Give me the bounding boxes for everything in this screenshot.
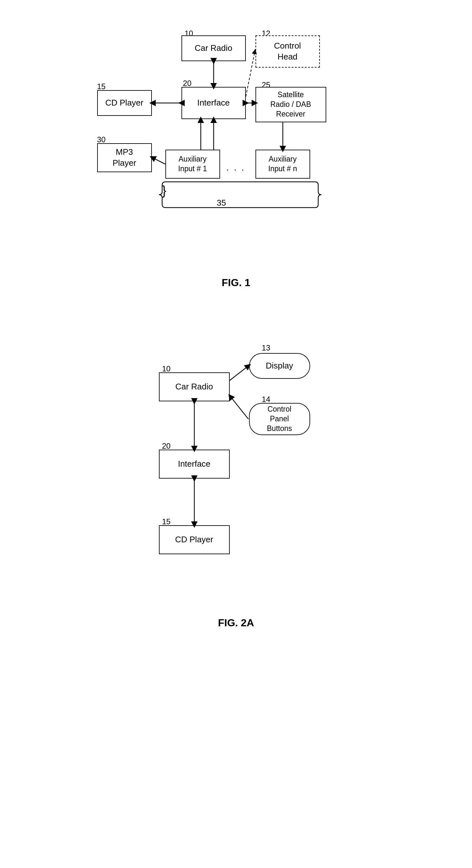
fig2a-title: FIG. 2A: [218, 617, 254, 629]
label-30-fig1: 30: [97, 135, 106, 144]
fig2a-diagram: 10 Car Radio 13 Display 14 Control Panel…: [91, 327, 381, 617]
fig1-title: FIG. 1: [222, 277, 250, 289]
brace-fig1: }: [162, 183, 166, 198]
display-box-fig2a: Display: [249, 353, 310, 379]
label-15-fig1: 15: [97, 82, 106, 91]
label-15-fig2a: 15: [162, 517, 171, 526]
page: 10 Car Radio 12 Control Head 15 CD Playe…: [0, 0, 472, 642]
fig2a-arrows: [91, 327, 381, 617]
aux-input-n-box-fig1: Auxiliary Input # n: [255, 150, 310, 179]
label-20-fig2a: 20: [162, 441, 171, 451]
control-head-box-fig1: Control Head: [255, 35, 320, 68]
label-35-fig1: 35: [217, 198, 226, 208]
aux-input-1-box-fig1: Auxiliary Input # 1: [165, 150, 220, 179]
interface-box-fig1: Interface: [182, 87, 246, 119]
satellite-radio-box-fig1: Satellite Radio / DAB Receiver: [255, 87, 326, 122]
label-14-fig2a: 14: [262, 395, 271, 404]
svg-line-6: [153, 158, 165, 164]
label-13-fig2a: 13: [262, 343, 271, 352]
car-radio-box-fig1: Car Radio: [182, 35, 246, 61]
cd-player-box-fig2a: CD Player: [159, 525, 230, 554]
fig1-diagram: 10 Car Radio 12 Control Head 15 CD Playe…: [91, 19, 381, 270]
car-radio-box-fig2a: Car Radio: [159, 372, 230, 401]
label-10-fig2a: 10: [162, 364, 171, 373]
cd-player-box-fig1: CD Player: [97, 90, 152, 116]
svg-line-10: [230, 366, 248, 380]
control-panel-box-fig2a: Control Panel Buttons: [249, 403, 310, 435]
dots-fig1: . . .: [226, 162, 246, 173]
svg-line-7: [246, 52, 255, 97]
interface-box-fig2a: Interface: [159, 450, 230, 478]
mp3-player-box-fig1: MP3 Player: [97, 143, 152, 172]
label-20-fig1: 20: [183, 79, 192, 88]
svg-line-11: [230, 397, 248, 419]
